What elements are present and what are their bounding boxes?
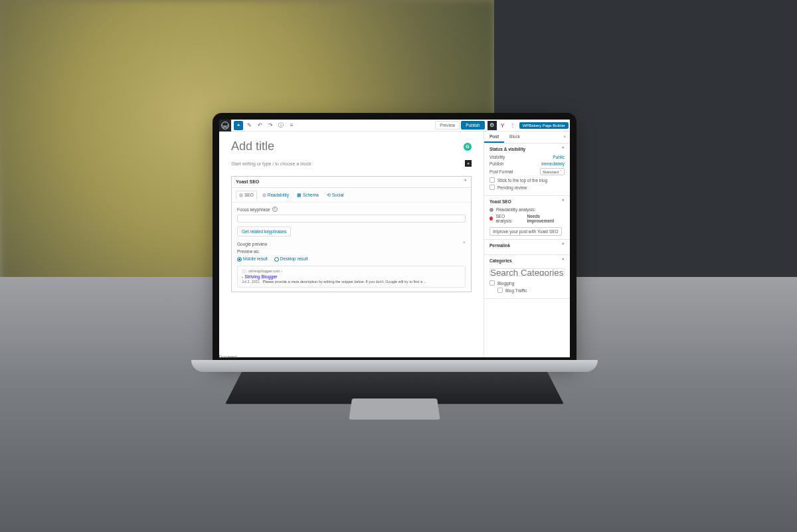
laptop-base — [191, 360, 598, 372]
focus-keyphrase-label: Focus keyphrase — [237, 207, 270, 212]
categories-panel: Categories˄ Blogging Blog Traffic — [484, 255, 570, 299]
yoast-icon[interactable]: Y — [498, 121, 507, 130]
wpbakery-button[interactable]: WPBakery Page Builder — [519, 122, 569, 129]
readability-label: Readability analysis: — [496, 207, 535, 212]
publish-button[interactable]: Publish — [461, 121, 484, 130]
yoast-panel-title: Yoast SEO — [236, 179, 259, 185]
editor-toolbar: + ✎ ↶ ↷ ⓘ ≡ Preview Publish ⚙ Y ⋮ WPBake… — [219, 120, 570, 132]
laptop-trackpad — [349, 399, 440, 420]
preview-button[interactable]: Preview — [435, 121, 460, 130]
laptop-bezel: + ✎ ↶ ↷ ⓘ ≡ Preview Publish ⚙ Y ⋮ WPBake… — [213, 113, 576, 365]
related-keyphrases-button[interactable]: Get related keyphrases — [237, 226, 291, 236]
yoast-tab-schema[interactable]: ▦Schema — [294, 191, 321, 199]
yoast-metabox: Yoast SEO ˄ SEO Readability ▦Schema ⟲Soc… — [231, 176, 472, 292]
pending-label: Pending review — [497, 185, 527, 190]
yoast-sidebar-panel: Yoast SEO˄ Readability analysis: SEO ana… — [484, 196, 570, 240]
google-preview-heading: Google preview — [237, 242, 267, 247]
sidebar-tab-post[interactable]: Post — [484, 132, 504, 143]
stick-label: Stick to the top of the blog — [497, 178, 547, 183]
post-format-label: Post Format — [489, 169, 513, 174]
wordpress-logo[interactable] — [219, 120, 231, 132]
redo-button[interactable]: ↷ — [266, 121, 275, 130]
publish-value[interactable]: Immediately — [541, 161, 565, 166]
publish-label: Publish — [489, 161, 503, 166]
add-block-inline-button[interactable]: + — [465, 160, 472, 167]
settings-gear-icon[interactable]: ⚙ — [487, 121, 497, 130]
more-options-icon[interactable]: ⋮ — [508, 121, 517, 130]
post-title-input[interactable]: Add title — [231, 139, 464, 153]
wordpress-icon — [221, 122, 229, 130]
info-button[interactable]: ⓘ — [276, 121, 286, 130]
laptop: + ✎ ↶ ↷ ⓘ ≡ Preview Publish ⚙ Y ⋮ WPBake… — [213, 113, 576, 412]
seo-analysis-label: SEO analysis: — [495, 214, 520, 223]
help-icon[interactable]: ? — [272, 207, 278, 212]
permalink-panel[interactable]: Permalink˅ — [484, 240, 570, 255]
add-block-button[interactable]: + — [234, 121, 243, 130]
visibility-label: Visibility — [489, 155, 505, 159]
snippet-breadcrumb: strivingblogger.com › — [242, 269, 461, 274]
outline-button[interactable]: ≡ — [287, 121, 296, 130]
improve-yoast-button[interactable]: Improve your post with Yoast SEO — [489, 227, 562, 236]
readability-dot-icon — [489, 208, 493, 212]
post-format-select[interactable]: Standard ˅ — [540, 168, 565, 175]
document-tab-footer[interactable]: Document — [219, 355, 237, 357]
chevron-up-icon[interactable]: ˄ — [464, 179, 467, 185]
chevron-up-icon[interactable]: ˄ — [562, 147, 565, 152]
status-heading: Status & visibility — [489, 147, 525, 152]
stick-checkbox[interactable] — [489, 177, 495, 183]
yoast-tab-seo[interactable]: SEO — [236, 191, 257, 199]
permalink-heading: Permalink — [489, 243, 510, 248]
sidebar-tab-block[interactable]: Block — [504, 132, 525, 143]
pending-checkbox[interactable] — [489, 185, 495, 190]
google-snippet-preview: strivingblogger.com › - Striving Blogger… — [237, 266, 466, 288]
category-checkbox[interactable] — [497, 288, 503, 293]
yoast-tab-social[interactable]: ⟲Social — [324, 191, 347, 199]
chevron-up-icon[interactable]: ˄ — [562, 199, 565, 205]
wp-editor-screen: + ✎ ↶ ↷ ⓘ ≡ Preview Publish ⚙ Y ⋮ WPBake… — [219, 120, 570, 357]
category-item[interactable]: Blog Traffic — [505, 288, 527, 293]
focus-keyphrase-input[interactable] — [237, 215, 466, 222]
settings-sidebar: Post Block × Status & visibility˄ Visibi… — [484, 132, 570, 357]
search-categories-input[interactable] — [489, 268, 565, 276]
chevron-up-icon[interactable]: ˄ — [463, 242, 466, 247]
category-item[interactable]: Blogging — [497, 281, 514, 286]
mobile-result-radio[interactable]: Mobile result — [237, 256, 268, 262]
seo-dot-icon — [489, 217, 493, 221]
undo-button[interactable]: ↶ — [255, 121, 264, 130]
categories-heading: Categories — [489, 258, 512, 264]
yoast-tab-readability[interactable]: Readability — [260, 191, 292, 199]
chevron-down-icon[interactable]: ˅ — [562, 243, 565, 248]
status-visibility-panel: Status & visibility˄ VisibilityPublic Pu… — [484, 143, 570, 196]
snippet-description: Jul 2, 2021 · Please provide a meta desc… — [242, 280, 461, 284]
category-checkbox[interactable] — [489, 280, 495, 286]
yoast-tabs: SEO Readability ▦Schema ⟲Social — [232, 188, 471, 203]
preview-as-label: Preview as: — [237, 249, 466, 254]
grammarly-icon[interactable]: G — [464, 143, 472, 151]
yoast-sidebar-heading: Yoast SEO — [489, 199, 511, 205]
editor-canvas: Add title G Start writing or type / to c… — [219, 132, 484, 357]
snippet-title: - Striving Blogger — [242, 274, 461, 279]
close-sidebar-icon[interactable]: × — [559, 132, 570, 143]
paragraph-placeholder[interactable]: Start writing or type / to choose a bloc… — [231, 161, 311, 166]
seo-analysis-value: Needs improvement — [527, 214, 565, 223]
edit-icon[interactable]: ✎ — [244, 121, 254, 130]
visibility-value[interactable]: Public — [553, 155, 565, 159]
desktop-result-radio[interactable]: Desktop result — [274, 256, 308, 262]
chevron-up-icon[interactable]: ˄ — [562, 258, 565, 264]
